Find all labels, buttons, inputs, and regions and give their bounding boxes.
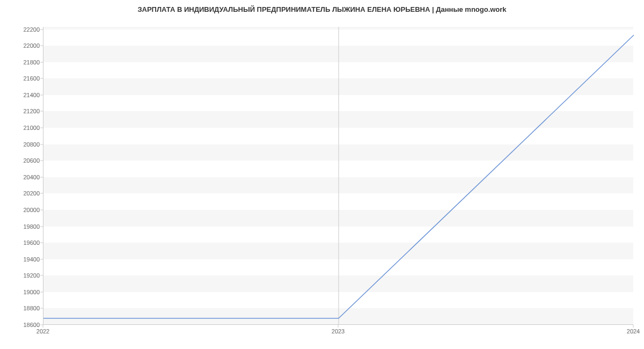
y-tick-mark	[40, 128, 43, 128]
y-tick-mark	[40, 193, 43, 194]
y-tick-label: 19600	[2, 239, 40, 246]
y-tick-mark	[40, 275, 43, 276]
y-tick-label: 21800	[2, 59, 40, 66]
y-tick-label: 21200	[2, 108, 40, 114]
y-tick-label: 19800	[2, 223, 40, 230]
y-tick-label: 20600	[2, 157, 40, 164]
y-tick-mark	[40, 161, 43, 161]
plot-area	[43, 27, 633, 325]
y-tick-label: 22000	[2, 42, 40, 49]
y-tick-mark	[40, 209, 43, 210]
salary-line-chart: ЗАРПЛАТА В ИНДИВИДУАЛЬНЫЙ ПРЕДПРИНИМАТЕЛ…	[0, 0, 644, 349]
y-tick-mark	[40, 111, 43, 112]
y-tick-label: 20400	[2, 174, 40, 180]
y-tick-mark	[40, 259, 43, 259]
y-tick-label: 22200	[2, 26, 40, 33]
y-tick-mark	[40, 144, 43, 144]
y-axis: 1860018800190001920019400196001980020000…	[0, 27, 43, 325]
y-tick-mark	[40, 29, 43, 30]
x-tick-mark	[633, 325, 634, 328]
y-tick-mark	[40, 243, 43, 243]
y-tick-mark	[40, 308, 43, 309]
y-tick-label: 19200	[2, 272, 40, 279]
y-tick-label: 21600	[2, 75, 40, 82]
series-line	[43, 35, 634, 318]
y-tick-mark	[40, 177, 43, 177]
chart-title: ЗАРПЛАТА В ИНДИВИДУАЛЬНЫЙ ПРЕДПРИНИМАТЕЛ…	[0, 5, 644, 13]
y-tick-label: 21400	[2, 92, 40, 98]
x-axis: 202220232024	[43, 325, 633, 346]
y-tick-mark	[40, 292, 43, 292]
y-tick-mark	[40, 78, 43, 79]
y-tick-label: 18800	[2, 305, 40, 311]
x-tick-label: 2024	[627, 328, 640, 335]
y-tick-mark	[40, 46, 43, 46]
y-tick-label: 21000	[2, 125, 40, 131]
y-tick-label: 18600	[2, 322, 40, 328]
line-series	[43, 27, 633, 324]
y-tick-label: 19000	[2, 289, 40, 295]
y-tick-mark	[40, 62, 43, 62]
x-tick-mark	[43, 325, 43, 328]
y-tick-label: 20200	[2, 190, 40, 197]
y-tick-label: 19400	[2, 256, 40, 263]
y-tick-label: 20000	[2, 207, 40, 213]
y-tick-mark	[40, 94, 43, 95]
x-tick-label: 2023	[332, 328, 345, 335]
x-tick-mark	[338, 325, 339, 328]
y-tick-mark	[40, 226, 43, 227]
y-tick-label: 20800	[2, 141, 40, 148]
x-tick-label: 2022	[36, 328, 49, 335]
